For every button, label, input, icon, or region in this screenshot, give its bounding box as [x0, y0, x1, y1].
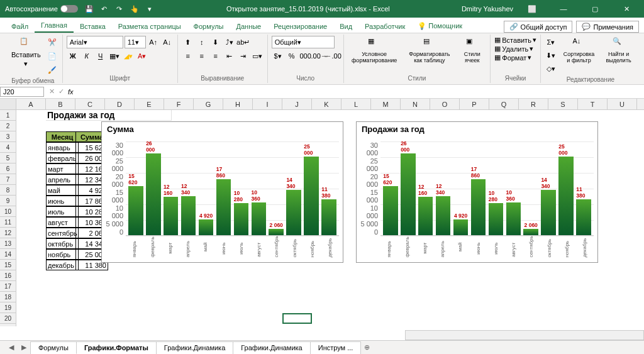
bar[interactable]	[181, 196, 196, 235]
column-header[interactable]: O	[430, 99, 460, 109]
row-header[interactable]: 18	[0, 292, 16, 302]
currency-icon[interactable]: $▾	[272, 50, 284, 62]
decrease-decimal-icon[interactable]: ←.00	[327, 50, 340, 62]
cell[interactable]: Месяц	[46, 131, 79, 142]
orientation-icon[interactable]: ⤴▾	[223, 36, 236, 48]
formula-input[interactable]	[77, 88, 580, 96]
bar[interactable]	[453, 219, 468, 235]
comma-icon[interactable]: 000	[299, 50, 312, 62]
tab-insert[interactable]: Вставка	[74, 20, 112, 33]
fill-icon[interactable]: ⬇▾	[545, 49, 557, 62]
cell[interactable]: январь	[46, 142, 79, 153]
tab-developer[interactable]: Разработчик	[358, 20, 411, 33]
column-header[interactable]: P	[460, 99, 489, 109]
wrap-text-icon[interactable]: ab↵	[237, 36, 250, 48]
column-header[interactable]: J	[282, 99, 312, 109]
insert-cells-button[interactable]: ▦ Вставить ▾	[494, 36, 536, 44]
maximize-icon[interactable]: ▢	[582, 0, 608, 18]
column-header[interactable]: S	[548, 99, 578, 109]
column-header[interactable]: E	[135, 99, 164, 109]
new-sheet-icon[interactable]: ⊕	[360, 343, 374, 351]
row-header[interactable]: 8	[0, 185, 16, 196]
autosum-icon[interactable]: Σ▾	[545, 36, 557, 48]
row-header[interactable]: 17	[0, 281, 16, 292]
row-header[interactable]: 3	[0, 131, 16, 142]
cell[interactable]: август	[46, 217, 79, 228]
align-middle-icon[interactable]: ↕	[196, 36, 208, 48]
dropdown-icon[interactable]: ▾	[145, 4, 155, 14]
column-header[interactable]: L	[341, 99, 371, 109]
tab-file[interactable]: Файл	[5, 20, 35, 33]
worksheet[interactable]: ABCDEFGHIJKLMNOPQRSTU 123456789101112131…	[0, 99, 644, 326]
touch-icon[interactable]: 👆	[130, 4, 140, 14]
align-center-icon[interactable]: ≡	[196, 50, 208, 62]
sheet-tab[interactable]: Графики.Динамика	[233, 341, 310, 354]
bar[interactable]	[128, 186, 143, 235]
enter-formula-icon[interactable]: ✓	[58, 87, 64, 96]
column-header[interactable]: B	[46, 99, 75, 109]
row-header[interactable]: 16	[0, 270, 16, 281]
column-header[interactable]: G	[194, 99, 223, 109]
row-header[interactable]: 19	[0, 302, 16, 313]
redo-icon[interactable]: ↷	[114, 4, 125, 14]
column-header[interactable]: Q	[489, 99, 519, 109]
cell[interactable]: декабрь	[46, 260, 79, 270]
cell[interactable]: март	[46, 163, 79, 174]
ribbon-options-icon[interactable]: ⬜	[519, 0, 545, 18]
cell[interactable]: ноябрь	[46, 249, 79, 260]
bar[interactable]	[304, 157, 318, 235]
row-header[interactable]: 14	[0, 249, 16, 260]
column-header[interactable]: R	[519, 99, 548, 109]
cell[interactable]: май	[46, 185, 79, 196]
font-size-combo[interactable]: 11 ▾	[125, 36, 146, 48]
underline-icon[interactable]: Ч	[94, 50, 107, 62]
tab-nav-prev-icon[interactable]: ◀	[5, 343, 18, 351]
cell[interactable]: июнь	[46, 196, 79, 206]
bold-icon[interactable]: Ж	[67, 50, 79, 62]
font-color-icon[interactable]: A▾	[136, 50, 148, 62]
conditional-format-button[interactable]: ▦Условное форматирование	[348, 36, 401, 65]
bar[interactable]	[146, 153, 160, 235]
name-box[interactable]	[0, 87, 44, 97]
column-header[interactable]: A	[16, 99, 46, 109]
column-header[interactable]: H	[223, 99, 253, 109]
row-header[interactable]: 5	[0, 153, 16, 163]
bar[interactable]	[321, 199, 336, 235]
sheet-tab[interactable]: Инструм ...	[310, 341, 362, 354]
row-header[interactable]: 12	[0, 228, 16, 238]
bar[interactable]	[199, 219, 213, 235]
paste-button[interactable]: 📋Вставить▾	[8, 36, 45, 69]
column-header[interactable]: I	[253, 99, 282, 109]
column-header[interactable]: D	[105, 99, 135, 109]
tab-home[interactable]: Главная	[35, 19, 74, 33]
column-header[interactable]: T	[578, 99, 608, 109]
bar[interactable]	[234, 203, 248, 235]
bar[interactable]	[558, 157, 573, 235]
sheet-tab[interactable]: Графики.Форматы	[76, 341, 157, 354]
align-right-icon[interactable]: ≡	[209, 50, 222, 62]
copy-icon[interactable]: 📄	[46, 50, 58, 62]
tab-view[interactable]: Вид	[333, 20, 358, 33]
column-header[interactable]: U	[608, 99, 637, 109]
tab-data[interactable]: Данные	[230, 20, 267, 33]
fx-icon[interactable]: fx	[68, 88, 74, 96]
bar[interactable]	[418, 197, 433, 235]
autosave-control[interactable]: Автосохранение	[5, 5, 78, 13]
save-icon[interactable]: 💾	[84, 4, 94, 14]
select-all-corner[interactable]	[0, 99, 16, 109]
bar[interactable]	[286, 190, 301, 235]
cut-icon[interactable]: ✂️	[46, 36, 58, 48]
tab-help[interactable]: 💡 Помощник	[411, 19, 469, 33]
bar[interactable]	[489, 203, 503, 235]
row-header[interactable]: 7	[0, 174, 16, 185]
bar[interactable]	[383, 186, 397, 235]
minimize-icon[interactable]: —	[551, 0, 576, 18]
font-name-combo[interactable]: Arial ▾	[67, 36, 123, 48]
increase-indent-icon[interactable]: ⇥	[237, 50, 250, 62]
clear-icon[interactable]: ◇▾	[545, 62, 557, 75]
bar[interactable]	[401, 153, 415, 235]
fill-color-icon[interactable]: ◢▾	[122, 50, 135, 62]
merge-icon[interactable]: ▭▾	[251, 50, 264, 62]
align-top-icon[interactable]: ⬆	[182, 36, 194, 48]
tab-page-layout[interactable]: Разметка страницы	[112, 20, 187, 33]
